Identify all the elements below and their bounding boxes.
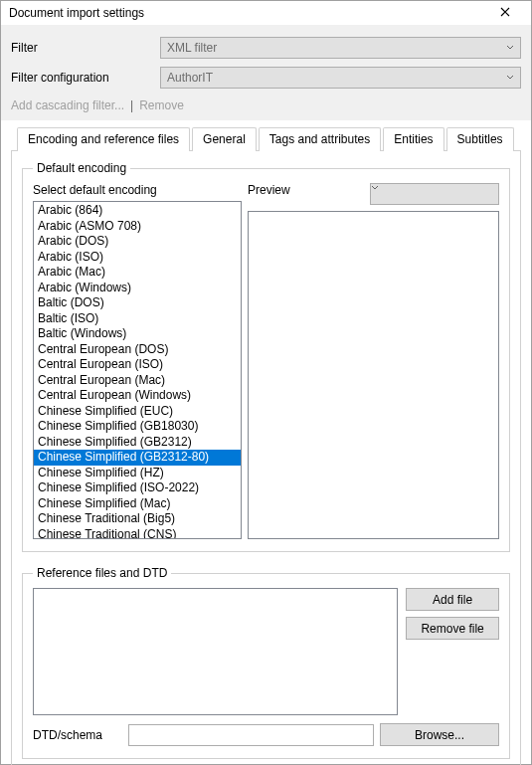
encoding-list-item[interactable]: Central European (DOS) — [34, 342, 241, 358]
encoding-list-item[interactable]: Chinese Simplified (EUC) — [34, 404, 241, 420]
encoding-list-item[interactable]: Baltic (Windows) — [34, 326, 241, 342]
window-title: Document import settings — [9, 6, 487, 20]
encoding-list-item[interactable]: Arabic (Mac) — [34, 265, 241, 281]
default-encoding-group: Default encoding Select default encoding… — [22, 161, 510, 552]
encoding-list-item[interactable]: Arabic (ISO) — [34, 250, 241, 266]
link-separator: | — [130, 98, 133, 112]
remove-file-label: Remove file — [421, 622, 483, 636]
chevron-down-icon — [371, 184, 498, 192]
default-encoding-legend: Default encoding — [33, 161, 130, 175]
tab-panel: Default encoding Select default encoding… — [11, 150, 521, 765]
tab-general[interactable]: General — [192, 127, 257, 151]
encoding-list-item[interactable]: Baltic (ISO) — [34, 311, 241, 327]
remove-link[interactable]: Remove — [139, 98, 184, 112]
encoding-list-item[interactable]: Chinese Simplified (GB2312) — [34, 435, 241, 451]
filter-config-combo-value: AuthorIT — [167, 71, 213, 85]
encoding-list-item[interactable]: Baltic (DOS) — [34, 295, 241, 311]
filter-label: Filter — [11, 41, 160, 55]
encoding-list-item[interactable]: Central European (Mac) — [34, 373, 241, 389]
close-button[interactable] — [487, 1, 523, 25]
add-cascading-link[interactable]: Add cascading filter... — [11, 98, 124, 112]
tab-subtitles[interactable]: Subtitles — [446, 127, 514, 151]
encoding-list-item[interactable]: Arabic (ASMO 708) — [34, 219, 241, 235]
filter-combo-value: XML filter — [167, 41, 217, 55]
encoding-list-item[interactable]: Central European (Windows) — [34, 388, 241, 404]
filter-combo[interactable]: XML filter — [160, 37, 521, 59]
encoding-list-item[interactable]: Chinese Simplified (GB2312-80) — [34, 450, 241, 466]
encoding-list-item[interactable]: Arabic (DOS) — [34, 234, 241, 250]
select-encoding-label: Select default encoding — [33, 183, 242, 197]
reference-files-legend: Reference files and DTD — [33, 566, 171, 580]
encoding-list-item[interactable]: Chinese Simplified (ISO-2022) — [34, 480, 241, 496]
encoding-list-item[interactable]: Arabic (Windows) — [34, 281, 241, 296]
add-file-label: Add file — [433, 593, 472, 607]
dtd-schema-label: DTD/schema — [33, 728, 122, 742]
reference-files-group: Reference files and DTD Add file Remove … — [22, 566, 510, 759]
encoding-list-item[interactable]: Central European (ISO) — [34, 357, 241, 373]
encoding-listbox[interactable]: Arabic (864)Arabic (ASMO 708)Arabic (DOS… — [33, 201, 242, 539]
remove-file-button[interactable]: Remove file — [406, 617, 499, 640]
browse-label: Browse... — [415, 728, 464, 742]
titlebar: Document import settings — [1, 1, 531, 25]
preview-combo[interactable] — [370, 183, 499, 205]
encoding-list-item[interactable]: Arabic (864) — [34, 203, 241, 219]
filter-config-label: Filter configuration — [11, 71, 160, 85]
reference-files-listbox[interactable] — [33, 588, 398, 715]
add-file-button[interactable]: Add file — [406, 588, 499, 611]
top-panel: Filter XML filter Filter configuration A… — [1, 25, 531, 120]
encoding-list-item[interactable]: Chinese Simplified (Mac) — [34, 496, 241, 512]
dialog-window: Document import settings Filter XML filt… — [0, 0, 532, 765]
chevron-down-icon — [506, 44, 514, 52]
preview-box[interactable] — [248, 211, 499, 539]
encoding-list-item[interactable]: Chinese Simplified (GB18030) — [34, 419, 241, 435]
tabs-container: Encoding and reference filesGeneralTags … — [1, 120, 531, 765]
encoding-list-item[interactable]: Chinese Simplified (HZ) — [34, 466, 241, 481]
close-icon — [500, 6, 510, 20]
tab-encoding-and-reference-files[interactable]: Encoding and reference files — [17, 127, 190, 151]
chevron-down-icon — [506, 74, 514, 82]
tab-tags-and-attributes[interactable]: Tags and attributes — [259, 127, 381, 151]
encoding-list-item[interactable]: Chinese Traditional (Big5) — [34, 511, 241, 527]
tabstrip: Encoding and reference filesGeneralTags … — [11, 126, 521, 150]
tab-entities[interactable]: Entities — [383, 127, 443, 151]
preview-label: Preview — [248, 183, 362, 197]
browse-button[interactable]: Browse... — [380, 723, 499, 746]
filter-config-combo[interactable]: AuthorIT — [160, 67, 521, 89]
dtd-schema-input[interactable] — [128, 724, 374, 746]
encoding-list-item[interactable]: Chinese Traditional (CNS) — [34, 527, 241, 540]
